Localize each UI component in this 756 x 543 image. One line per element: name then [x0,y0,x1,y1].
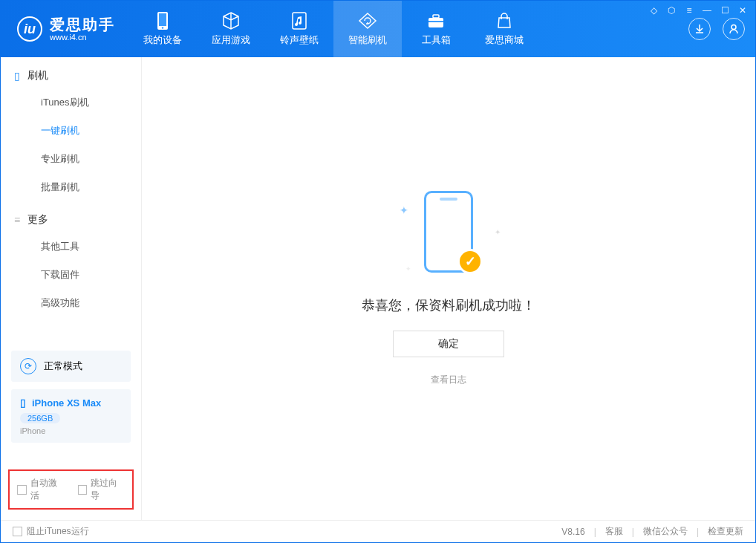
svg-rect-1 [159,13,166,26]
app-url: www.i4.cn [50,33,115,42]
user-button[interactable] [723,18,745,40]
sidebar-item-pro[interactable]: 专业刷机 [1,145,141,173]
check-icon: ✓ [457,249,483,274]
svg-rect-5 [433,15,439,18]
tab-flash[interactable]: 智能刷机 [333,1,402,57]
sparkle-icon: ✦ [495,228,501,236]
sidebar-item-other[interactable]: 其他工具 [1,233,141,261]
separator: | [697,527,699,537]
section-title: 刷机 [27,69,48,82]
opt-label: 自动激活 [30,477,65,502]
block-itunes-label: 阻止iTunes运行 [27,525,89,538]
tab-store[interactable]: 爱思商城 [470,1,538,57]
svg-point-7 [731,25,736,30]
titlebar-controls: ◇ ⬡ ≡ — ☐ ✕ [648,5,748,16]
tab-label: 智能刷机 [348,33,387,47]
checkbox-block-itunes[interactable]: 阻止iTunes运行 [13,525,89,538]
svg-rect-4 [428,18,443,27]
footer-link-support[interactable]: 客服 [605,525,623,538]
music-icon [290,11,309,30]
success-illustration: ✦ ✦ ✦ ✓ [397,191,501,280]
checkbox-icon [13,527,22,536]
body: ▯ 刷机 iTunes刷机 一键刷机 专业刷机 批量刷机 ≡ 更多 其他工具 下… [1,57,755,520]
footer-link-wechat[interactable]: 微信公众号 [643,525,688,538]
bag-icon [495,11,514,30]
device-box[interactable]: ▯ iPhone XS Max 256GB iPhone [11,389,131,443]
logo-icon: iu [17,16,42,42]
menu-icon[interactable]: ≡ [684,5,694,16]
tab-label: 应用游戏 [212,33,250,47]
checkbox-skip-wizard[interactable]: 跳过向导 [78,477,126,502]
version-label: V8.16 [561,527,584,537]
checkbox-icon [17,485,27,495]
sidebar-item-batch[interactable]: 批量刷机 [1,173,141,201]
sidebar: ▯ 刷机 iTunes刷机 一键刷机 专业刷机 批量刷机 ≡ 更多 其他工具 下… [1,57,142,520]
sidebar-section-flash: ▯ 刷机 [1,57,141,88]
success-message: 恭喜您，保资料刷机成功啦！ [362,296,535,314]
opt-label: 跳过向导 [91,477,125,502]
phone-icon [153,11,172,30]
sidebar-item-firmware[interactable]: 下载固件 [1,261,141,289]
cube-icon [221,11,241,30]
sidebar-item-itunes[interactable]: iTunes刷机 [1,88,141,117]
tab-device[interactable]: 我的设备 [128,1,197,57]
svg-rect-6 [428,21,443,22]
tab-label: 铃声壁纸 [280,33,319,47]
tab-label: 我的设备 [143,33,182,47]
skin-icon[interactable]: ⬡ [666,5,677,16]
phone-small-icon: ▯ [14,70,20,82]
mode-label: 正常模式 [44,360,82,373]
sidebar-item-advanced[interactable]: 高级功能 [1,289,141,317]
view-log-link[interactable]: 查看日志 [431,374,466,386]
checkbox-icon [78,485,88,495]
sidebar-item-oneclick[interactable]: 一键刷机 [1,117,141,145]
main-content: ✦ ✦ ✦ ✓ 恭喜您，保资料刷机成功啦！ 确定 查看日志 [142,57,755,520]
tab-toolbox[interactable]: 工具箱 [402,1,470,57]
separator: | [632,527,634,537]
tab-label: 爱思商城 [485,33,524,47]
toolbox-icon [426,11,446,30]
separator: | [594,527,596,537]
app-window: ◇ ⬡ ≡ — ☐ ✕ iu 爱思助手 www.i4.cn 我的设备 应用游戏 [0,0,756,543]
top-tabs: 我的设备 应用游戏 铃声壁纸 智能刷机 工具箱 爱思商城 [128,1,538,57]
checkbox-auto-activate[interactable]: 自动激活 [17,477,65,502]
footer-link-update[interactable]: 检查更新 [708,525,743,538]
tab-apps[interactable]: 应用游戏 [197,1,265,57]
sparkle-icon: ✦ [400,204,408,216]
maximize-button[interactable]: ☐ [720,5,730,16]
svg-point-2 [162,27,163,28]
device-type: iPhone [20,426,122,435]
close-button[interactable]: ✕ [737,5,748,16]
mode-box[interactable]: ⟳ 正常模式 [11,351,131,382]
tab-ringtones[interactable]: 铃声壁纸 [265,1,333,57]
section-title: 更多 [27,213,48,227]
list-icon: ≡ [14,214,20,226]
tab-label: 工具箱 [422,33,451,47]
theme-icon[interactable]: ◇ [648,5,659,16]
sidebar-section-more: ≡ 更多 [1,201,141,233]
download-button[interactable] [688,18,711,40]
sparkle-icon: ✦ [405,265,411,273]
header: iu 爱思助手 www.i4.cn 我的设备 应用游戏 铃声壁纸 智能刷机 [1,1,755,57]
ok-button[interactable]: 确定 [393,331,504,357]
minimize-button[interactable]: — [702,5,712,16]
highlighted-options: 自动激活 跳过向导 [8,469,134,510]
app-title: 爱思助手 [50,16,115,33]
logo: iu 爱思助手 www.i4.cn [1,1,128,57]
refresh-icon [358,11,377,30]
device-name: iPhone XS Max [32,397,101,409]
mode-icon: ⟳ [20,358,36,374]
device-storage: 256GB [20,413,60,423]
device-phone-icon: ▯ [20,397,26,409]
footer: 阻止iTunes运行 V8.16 | 客服 | 微信公众号 | 检查更新 [1,520,755,542]
svg-rect-3 [293,13,306,29]
